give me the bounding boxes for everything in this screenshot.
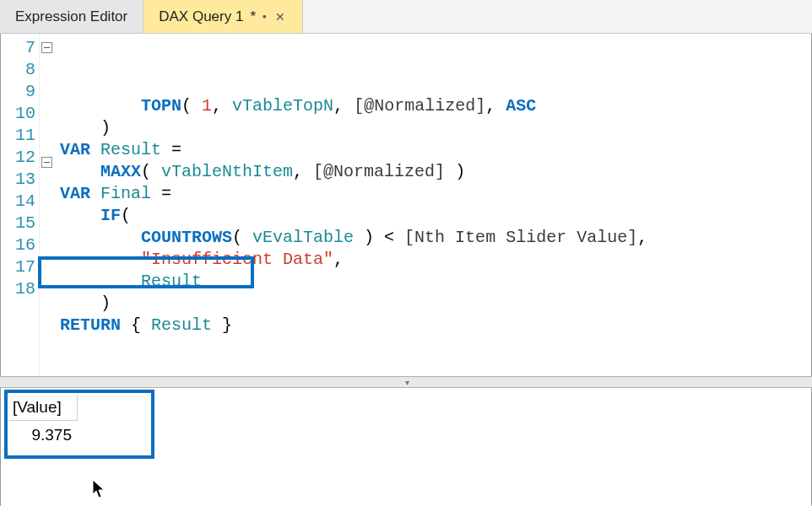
code-token: ASC bbox=[506, 96, 536, 116]
code-token: Result bbox=[100, 140, 161, 159]
tab-expression-editor[interactable]: Expression Editor bbox=[0, 0, 143, 33]
line-number: 8 bbox=[1, 59, 39, 81]
code-token bbox=[90, 140, 100, 159]
code-line[interactable] bbox=[57, 336, 811, 358]
code-token: ( bbox=[121, 206, 131, 225]
code-token: = bbox=[161, 140, 181, 159]
code-token bbox=[60, 250, 141, 269]
code-token: 1 bbox=[202, 96, 212, 116]
code-token: Result bbox=[151, 315, 212, 335]
code-line[interactable]: ) bbox=[57, 117, 811, 139]
results-column-header[interactable]: [Value] bbox=[9, 395, 77, 421]
code-line[interactable]: VAR Final = bbox=[57, 183, 811, 205]
code-token: } bbox=[212, 315, 232, 335]
splitter-handle-icon: ▾ bbox=[405, 378, 408, 387]
code-line[interactable]: ) bbox=[57, 293, 811, 315]
code-line[interactable]: Result bbox=[57, 271, 811, 293]
results-pane: [Value] 9.375 bbox=[0, 388, 812, 506]
mouse-cursor-icon bbox=[92, 479, 106, 499]
line-number: 17 bbox=[1, 256, 39, 278]
code-token bbox=[60, 228, 141, 247]
line-number: 14 bbox=[1, 191, 39, 213]
code-token: vTableTopN bbox=[232, 96, 333, 116]
line-number: 16 bbox=[1, 234, 39, 256]
code-token: "Insufficient Data" bbox=[141, 250, 333, 269]
code-token: Final bbox=[100, 184, 151, 203]
close-icon[interactable]: ✕ bbox=[273, 10, 287, 24]
tab-label: Expression Editor bbox=[15, 8, 127, 25]
tab-label: DAX Query 1 bbox=[159, 8, 243, 25]
code-token: VAR bbox=[60, 140, 90, 159]
line-number: 15 bbox=[1, 213, 39, 234]
fold-toggle-icon[interactable] bbox=[41, 42, 52, 53]
code-token: , bbox=[293, 162, 313, 181]
fold-column bbox=[40, 34, 57, 376]
code-area[interactable]: TOPN( 1, vTableTopN, [@Normalized], ASC … bbox=[57, 34, 811, 376]
code-token: MAXX bbox=[100, 162, 141, 181]
code-token: IF bbox=[100, 206, 121, 225]
code-token: VAR bbox=[60, 184, 90, 203]
code-token: ) bbox=[60, 293, 111, 313]
code-token bbox=[60, 272, 141, 291]
results-table: [Value] 9.375 bbox=[9, 395, 78, 449]
code-token: vTableNthItem bbox=[161, 162, 293, 181]
code-token bbox=[60, 206, 100, 225]
code-token: [@Normalized] bbox=[354, 96, 485, 116]
code-line[interactable]: VAR Result = bbox=[57, 139, 811, 161]
code-line[interactable]: TOPN( 1, vTableTopN, [@Normalized], ASC bbox=[57, 95, 811, 117]
code-token: , bbox=[333, 96, 354, 116]
line-number: 18 bbox=[1, 278, 39, 300]
code-token: = bbox=[151, 184, 171, 203]
code-token: COUNTROWS bbox=[141, 228, 232, 247]
code-token: , bbox=[333, 250, 344, 269]
code-token: { bbox=[121, 315, 151, 335]
code-token bbox=[60, 162, 100, 181]
code-token bbox=[90, 184, 100, 203]
editor-tabs: Expression Editor DAX Query 1* ▪ ✕ bbox=[0, 0, 812, 34]
code-line[interactable]: RETURN { Result } bbox=[57, 315, 811, 336]
fold-toggle-icon[interactable] bbox=[41, 157, 52, 168]
code-line[interactable]: MAXX( vTableNthItem, [@Normalized] ) bbox=[57, 161, 811, 183]
code-token: vEvalTable bbox=[252, 228, 354, 247]
code-token: , bbox=[212, 96, 232, 116]
code-token: , bbox=[485, 96, 506, 116]
code-token: [Nth Item Slider Value] bbox=[404, 228, 637, 247]
code-line[interactable]: IF( bbox=[57, 205, 811, 227]
tab-suffix: * bbox=[250, 8, 256, 25]
line-number: 12 bbox=[1, 147, 39, 169]
code-token bbox=[60, 96, 141, 116]
line-number: 9 bbox=[1, 81, 39, 103]
code-token: ( bbox=[232, 228, 252, 247]
results-row[interactable]: 9.375 bbox=[9, 421, 77, 450]
line-number: 10 bbox=[1, 103, 39, 125]
code-token: ) < bbox=[354, 228, 404, 247]
code-token: Result bbox=[141, 272, 202, 291]
line-number: 11 bbox=[1, 125, 39, 147]
line-number: 7 bbox=[1, 37, 39, 59]
tab-pin-icon[interactable]: ▪ bbox=[263, 10, 267, 23]
results-cell: 9.375 bbox=[9, 421, 77, 450]
code-token: ) bbox=[60, 118, 111, 137]
code-token: ( bbox=[181, 96, 202, 116]
code-token: [@Normalized] bbox=[313, 162, 445, 181]
code-token: RETURN bbox=[60, 315, 121, 335]
tab-dax-query[interactable]: DAX Query 1* ▪ ✕ bbox=[143, 0, 302, 33]
code-token: TOPN bbox=[141, 96, 181, 116]
code-token: ) bbox=[445, 162, 465, 181]
code-token: ( bbox=[141, 162, 161, 181]
code-line[interactable]: COUNTROWS( vEvalTable ) < [Nth Item Slid… bbox=[57, 227, 811, 249]
line-number-gutter: 789101112131415161718 bbox=[1, 34, 40, 376]
code-line[interactable]: "Insufficient Data", bbox=[57, 249, 811, 271]
code-editor[interactable]: 789101112131415161718 TOPN( 1, vTableTop… bbox=[0, 34, 812, 376]
code-token: , bbox=[637, 228, 647, 247]
horizontal-splitter[interactable]: ▾ bbox=[0, 376, 812, 388]
line-number: 13 bbox=[1, 169, 39, 191]
